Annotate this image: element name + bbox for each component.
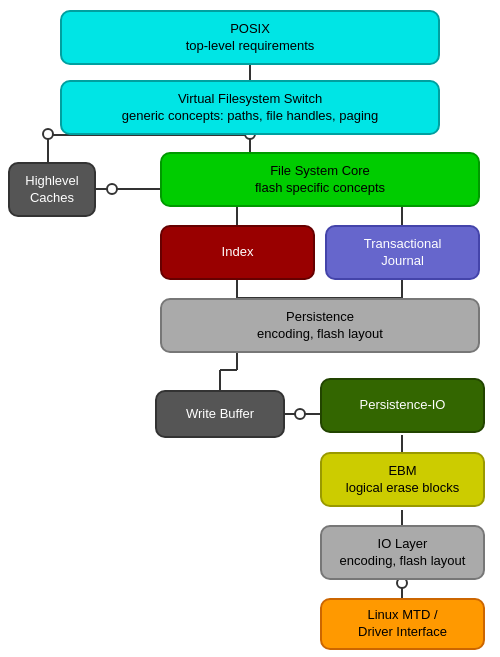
mtd-label: Linux MTD /Driver Interface xyxy=(358,607,447,641)
highlevel-box: HighlevelCaches xyxy=(8,162,96,217)
fsc-label: File System Coreflash specific concepts xyxy=(255,163,385,197)
iolayer-box: IO Layerencoding, flash layout xyxy=(320,525,485,580)
ebm-label: EBMlogical erase blocks xyxy=(346,463,459,497)
persistenceio-label: Persistence-IO xyxy=(360,397,446,414)
journal-box: TransactionalJournal xyxy=(325,225,480,280)
diagram: POSIXtop-level requirements Virtual File… xyxy=(0,0,500,657)
persistence-box: Persistenceencoding, flash layout xyxy=(160,298,480,353)
circle-highlevel-right xyxy=(106,183,118,195)
mtd-box: Linux MTD /Driver Interface xyxy=(320,598,485,650)
fsc-box: File System Coreflash specific concepts xyxy=(160,152,480,207)
persistence-label: Persistenceencoding, flash layout xyxy=(257,309,383,343)
index-box: Index xyxy=(160,225,315,280)
vfs-label: Virtual Filesystem Switchgeneric concept… xyxy=(122,91,379,125)
highlevel-label: HighlevelCaches xyxy=(25,173,78,207)
writebuffer-box: Write Buffer xyxy=(155,390,285,438)
iolayer-label: IO Layerencoding, flash layout xyxy=(340,536,466,570)
writebuffer-label: Write Buffer xyxy=(186,406,254,423)
index-label: Index xyxy=(222,244,254,261)
circle-vfs-left xyxy=(42,128,54,140)
persistenceio-box: Persistence-IO xyxy=(320,378,485,433)
vfs-box: Virtual Filesystem Switchgeneric concept… xyxy=(60,80,440,135)
posix-label: POSIXtop-level requirements xyxy=(186,21,315,55)
circle-wb-right xyxy=(294,408,306,420)
journal-label: TransactionalJournal xyxy=(364,236,442,270)
ebm-box: EBMlogical erase blocks xyxy=(320,452,485,507)
posix-box: POSIXtop-level requirements xyxy=(60,10,440,65)
